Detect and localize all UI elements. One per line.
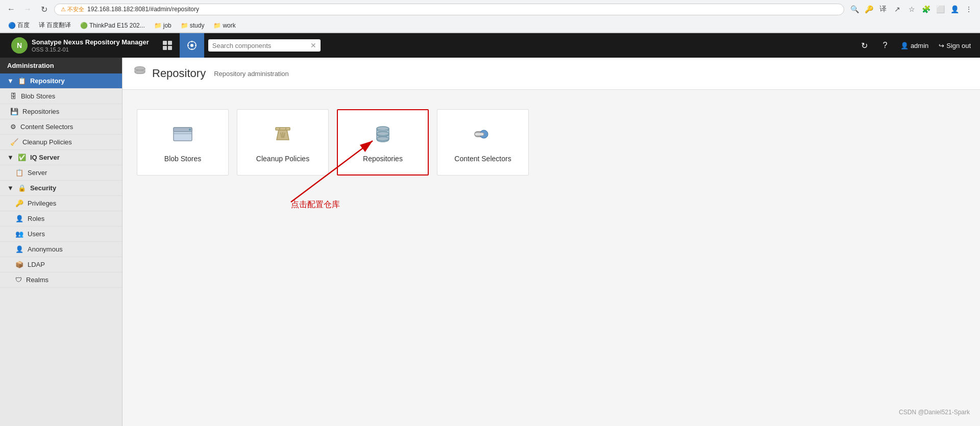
bookmark-baidu[interactable]: 🔵百度: [5, 20, 33, 31]
csdn-watermark: CSDN @Daniel521-Spark: [899, 409, 970, 416]
browser-chrome: ← → ↻ ⚠ 不安全 192.168.188.182:8081/#admin/…: [0, 0, 980, 33]
bookmarks-bar: 🔵百度 译百度翻译 🟢ThinkPad E15 202... 📁job 📁stu…: [0, 18, 980, 33]
bookmark-thinkpad[interactable]: 🟢ThinkPad E15 202...: [77, 21, 148, 30]
bookmark-work[interactable]: 📁work: [210, 21, 238, 30]
card-repositories[interactable]: Repositories: [337, 109, 429, 176]
sidebar-item-repositories[interactable]: 💾 Repositories: [0, 104, 122, 119]
sidebar-item-ldap[interactable]: 📦 LDAP: [0, 257, 122, 272]
sidebar-item-blob-stores[interactable]: 🗄 Blob Stores: [0, 89, 122, 104]
extensions-icon[interactable]: 🧩: [920, 3, 932, 15]
main-layout: Administration ▼ 📋 Repository 🗄 Blob Sto…: [0, 58, 980, 426]
refresh-button[interactable]: ↻: [855, 36, 874, 55]
search-icon[interactable]: 🔍: [848, 3, 861, 15]
topbar-right: ↻ ? 👤 admin ↪ Sign out: [855, 36, 975, 55]
blob-stores-card-icon: [172, 122, 194, 149]
security-icon: 🔒: [18, 184, 26, 192]
blob-stores-card-label: Blob Stores: [164, 155, 201, 163]
bookmark-fanyi[interactable]: 译百度翻译: [36, 20, 74, 31]
browser-nav: ← → ↻ ⚠ 不安全 192.168.188.182:8081/#admin/…: [0, 0, 980, 18]
sidebar-item-privileges[interactable]: 🔑 Privileges: [0, 196, 122, 211]
svg-point-11: [135, 70, 145, 74]
address-text: 192.168.188.182:8081/#admin/repository: [87, 6, 199, 13]
cleanup-policies-label: Cleanup Policies: [22, 138, 72, 146]
ldap-icon: 📦: [15, 261, 23, 268]
svg-point-15: [189, 129, 191, 131]
sidebar-item-anonymous[interactable]: 👤 Anonymous: [0, 242, 122, 257]
repository-label: Repository: [30, 77, 65, 85]
security-warning: ⚠ 不安全: [61, 6, 84, 13]
cleanup-policies-icon: 🧹: [10, 138, 18, 146]
svg-point-24: [377, 137, 389, 141]
iq-server-label: IQ Server: [30, 154, 60, 161]
share-icon[interactable]: ↗: [891, 3, 903, 15]
reload-button[interactable]: ↻: [38, 3, 50, 15]
menu-icon[interactable]: ⋮: [963, 3, 975, 15]
app-wrapper: N Sonatype Nexus Repository Manager OSS …: [0, 33, 980, 426]
content-selectors-label: Content Selectors: [20, 123, 73, 131]
users-icon: 👥: [15, 230, 23, 238]
sidebar-item-users[interactable]: 👥 Users: [0, 227, 122, 242]
realms-label: Realms: [26, 276, 48, 284]
card-cleanup-policies[interactable]: Cleanup Policies: [237, 109, 329, 176]
svg-point-23: [377, 132, 389, 136]
sidebar-item-iq-server[interactable]: ▼ ✅ IQ Server: [0, 150, 122, 165]
sidebar-item-roles[interactable]: 👤 Roles: [0, 211, 122, 227]
content-selectors-card-icon: [472, 122, 494, 149]
sidebar-item-content-selectors[interactable]: ⚙ Content Selectors: [0, 119, 122, 135]
key-icon[interactable]: 🔑: [863, 3, 875, 15]
cleanup-policies-card-icon: [272, 122, 294, 149]
repositories-icon: 💾: [10, 108, 18, 115]
roles-icon: 👤: [15, 215, 23, 222]
search-input[interactable]: [212, 42, 307, 49]
iq-collapse-icon: ▼: [7, 154, 14, 161]
bookmark-study[interactable]: 📁study: [178, 21, 208, 30]
browse-button[interactable]: [155, 33, 180, 58]
help-button[interactable]: ?: [876, 36, 894, 55]
admin-button[interactable]: [180, 33, 204, 58]
address-bar[interactable]: ⚠ 不安全 192.168.188.182:8081/#admin/reposi…: [54, 4, 844, 15]
server-label: Server: [28, 169, 47, 177]
cards-wrapper: Blob Stores: [122, 90, 980, 195]
content-selectors-icon: ⚙: [10, 123, 16, 131]
content-area: Repository Repository administration: [122, 58, 980, 426]
username: admin: [911, 42, 928, 49]
signout-button[interactable]: ↪ Sign out: [935, 40, 975, 52]
ldap-label: LDAP: [28, 261, 45, 268]
annotation-text: 点击配置仓库: [291, 199, 340, 210]
app-subtitle: OSS 3.15.2-01: [32, 46, 149, 53]
account-icon[interactable]: 👤: [948, 3, 961, 15]
page-header: Repository Repository administration: [122, 58, 980, 90]
anonymous-label: Anonymous: [28, 245, 63, 253]
sidebar-item-cleanup-policies[interactable]: 🧹 Cleanup Policies: [0, 135, 122, 150]
card-blob-stores[interactable]: Blob Stores: [137, 109, 229, 176]
star-icon[interactable]: ☆: [905, 3, 918, 15]
bookmark-job[interactable]: 📁job: [151, 21, 175, 30]
signout-icon: ↪: [939, 42, 944, 49]
server-icon: 📋: [15, 169, 23, 177]
back-button[interactable]: ←: [5, 3, 17, 15]
search-clear-icon[interactable]: ✕: [310, 41, 316, 49]
window-icon[interactable]: ⬜: [934, 3, 946, 15]
repository-icon: 📋: [18, 77, 26, 85]
sidebar-item-repository[interactable]: ▼ 📋 Repository: [0, 73, 122, 89]
app-title: Sonatype Nexus Repository Manager: [32, 38, 149, 46]
roles-label: Roles: [28, 215, 44, 222]
svg-rect-16: [276, 128, 290, 130]
card-content-selectors[interactable]: Content Selectors: [437, 109, 529, 176]
sidebar-item-security[interactable]: ▼ 🔒 Security: [0, 181, 122, 196]
content-selectors-card-label: Content Selectors: [454, 155, 511, 163]
collapse-icon: ▼: [7, 77, 14, 85]
user-info: 👤 admin: [896, 42, 933, 49]
privileges-icon: 🔑: [15, 199, 23, 207]
forward-button[interactable]: →: [21, 3, 34, 15]
cleanup-policies-card-label: Cleanup Policies: [256, 155, 309, 163]
security-collapse-icon: ▼: [7, 184, 14, 192]
svg-rect-27: [475, 133, 484, 136]
users-label: Users: [28, 230, 45, 238]
sidebar-item-server[interactable]: 📋 Server: [0, 165, 122, 181]
privileges-label: Privileges: [28, 199, 56, 207]
sidebar-item-realms[interactable]: 🛡 Realms: [0, 272, 122, 288]
translate-icon[interactable]: 译: [877, 3, 889, 15]
svg-rect-2: [163, 46, 167, 50]
logo-text: Sonatype Nexus Repository Manager OSS 3.…: [32, 38, 149, 53]
